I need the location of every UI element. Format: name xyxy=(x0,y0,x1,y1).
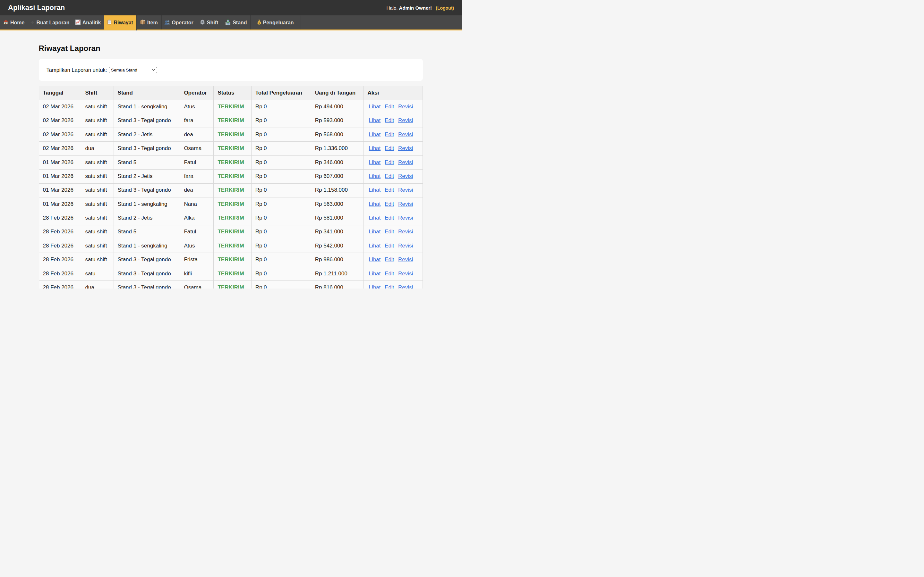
svg-text:24: 24 xyxy=(227,20,229,21)
